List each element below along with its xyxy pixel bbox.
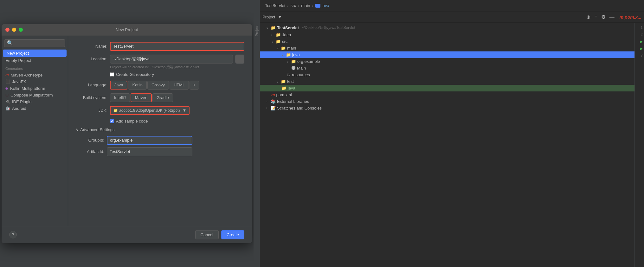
run-arrow-3[interactable]: ▶ — [640, 38, 643, 45]
tree-item-test-java[interactable]: 📁 java — [260, 85, 634, 91]
pom-xml-tab[interactable]: m pom.x... — [620, 15, 641, 20]
chevron-icon: ∨ — [276, 80, 280, 83]
language-row: Language: Java Kotlin Groovy HTML + — [76, 81, 244, 90]
browse-button[interactable]: ... — [235, 55, 244, 63]
build-intellij-button[interactable]: IntelliJ — [110, 93, 130, 102]
breadcrumb-main[interactable]: main — [301, 3, 310, 8]
tree-item-resources[interactable]: 🗂 resources — [260, 71, 634, 78]
tree-item-src[interactable]: ∨ 📁 src — [260, 38, 634, 45]
project-dropdown[interactable]: ▼ — [278, 15, 282, 19]
tree-item-java[interactable]: ∨ 📁 java — [260, 51, 634, 58]
folder-icon: 📁 — [281, 46, 286, 50]
artifactid-input[interactable] — [107, 147, 192, 156]
chevron-down-icon: ∨ — [76, 127, 79, 132]
maven-icon: m — [271, 92, 275, 97]
breadcrumb-testservlet[interactable]: TestServlet — [265, 3, 285, 8]
tree-item-idea[interactable]: › 📁 .idea — [260, 31, 634, 38]
tree-label: pom.xml — [276, 92, 292, 97]
jdk-label: JDK: — [76, 108, 107, 113]
plugin-icon: 🔌 — [5, 99, 10, 104]
advanced-settings-toggle[interactable]: ∨ Advanced Settings — [76, 127, 244, 132]
location-row: Location: ... — [76, 55, 244, 63]
tree-item-org-example[interactable]: ∨ 📁 org.example — [260, 58, 634, 65]
sidebar-item-compose-multiplatform[interactable]: ⊕ Compose Multiplatform — [2, 92, 68, 98]
chevron-icon: ∨ — [266, 26, 269, 30]
dialog-title: New Project — [116, 27, 138, 32]
java-class-icon: 🅒 — [292, 66, 296, 70]
breadcrumb-java[interactable]: java — [315, 3, 329, 8]
name-input[interactable] — [110, 42, 244, 51]
resources-icon: 🗂 — [287, 72, 291, 77]
line-num-1: 1 — [641, 24, 643, 31]
tree-item-scratches[interactable]: › 📝 Scratches and Consoles — [260, 105, 634, 111]
project-toolbar: Project ▼ ⊕ ≡ ⚙ — m pom.x... — [260, 11, 644, 23]
project-tree: ∨ 📁 TestServlet ~/Desktop/后端/java/TestSe… — [260, 23, 634, 267]
search-input[interactable] — [15, 41, 62, 45]
maximize-button[interactable] — [19, 28, 23, 32]
location-input[interactable] — [110, 55, 233, 63]
generator-label: Kotlin Multiplatform — [10, 86, 45, 91]
sidebar-item-new-project[interactable]: New Project — [3, 50, 67, 57]
line-numbers: 1 2 ▶ ▶ 7 — [634, 23, 644, 267]
sidebar-item-javafx[interactable]: ⬛ JavaFX — [2, 78, 68, 85]
right-panel-wrapper: Project TestServlet › src › main › java … — [254, 0, 644, 267]
new-project-dialog: New Project 🔍 New Project Empty Project … — [2, 24, 252, 243]
groupid-label: GroupId: — [76, 138, 104, 143]
add-toolbar-button[interactable]: ⊕ — [585, 13, 592, 21]
tree-label: test — [287, 79, 294, 84]
folder-icon: 📁 — [291, 59, 296, 64]
chevron-icon: › — [266, 106, 269, 110]
chevron-icon: ∨ — [276, 46, 280, 50]
help-button[interactable]: ? — [9, 231, 17, 238]
language-kotlin-button[interactable]: Kotlin — [128, 81, 147, 90]
git-checkbox[interactable] — [110, 72, 114, 77]
jdk-value: adopt-1.8 AdoptOpenJDK (HotSpot) — [119, 108, 180, 113]
dialog-body: 🔍 New Project Empty Project Generators m… — [2, 36, 252, 226]
cancel-button[interactable]: Cancel — [195, 230, 219, 239]
language-java-button[interactable]: Java — [110, 81, 127, 90]
create-button[interactable]: Create — [221, 230, 244, 239]
settings-toolbar-button[interactable]: ⚙ — [600, 13, 607, 21]
folder-blue-icon: 📁 — [286, 52, 291, 57]
tree-root[interactable]: ∨ 📁 TestServlet ~/Desktop/后端/java/TestSe… — [260, 24, 634, 31]
tree-label: .idea — [282, 32, 291, 37]
line-num-2: 2 — [641, 31, 643, 38]
sidebar-search[interactable]: 🔍 — [4, 39, 65, 47]
tree-item-main-class[interactable]: 🅒 Main — [260, 65, 634, 71]
language-html-button[interactable]: HTML — [170, 81, 189, 90]
side-tab-label: Project — [255, 25, 259, 36]
minimize-button[interactable] — [12, 28, 16, 32]
breadcrumb-src[interactable]: src — [291, 3, 296, 8]
javafx-icon: ⬛ — [5, 79, 10, 84]
collapse-toolbar-button[interactable]: — — [608, 13, 616, 21]
close-button[interactable] — [5, 28, 10, 32]
build-maven-button[interactable]: Maven — [131, 93, 152, 102]
tree-item-pom-xml[interactable]: m pom.xml — [260, 91, 634, 98]
run-arrow-4[interactable]: ▶ — [640, 45, 643, 52]
breadcrumb-sep-3: › — [312, 3, 313, 8]
sidebar-item-maven-archetype[interactable]: m Maven Archetype — [2, 72, 68, 78]
tree-item-external-libraries[interactable]: › 📚 External Libraries — [260, 98, 634, 105]
sample-code-checkbox[interactable] — [110, 119, 114, 123]
tree-item-main[interactable]: ∨ 📁 main — [260, 45, 634, 51]
project-label: Project — [262, 15, 275, 19]
jdk-select[interactable]: 📁 adopt-1.8 AdoptOpenJDK (HotSpot) ▼ — [110, 106, 190, 115]
chevron-icon: › — [271, 33, 274, 37]
artifactid-label: ArtifactId: — [76, 149, 104, 154]
language-label: Language: — [76, 83, 107, 87]
build-gradle-button[interactable]: Gradle — [152, 93, 173, 102]
folder-icon: 📁 — [281, 79, 286, 84]
line-num-7: 7 — [641, 52, 643, 59]
filter-toolbar-button[interactable]: ≡ — [593, 13, 598, 21]
tree-item-test[interactable]: ∨ 📁 test — [260, 78, 634, 85]
language-groovy-button[interactable]: Groovy — [147, 81, 169, 90]
chevron-icon: ∨ — [287, 60, 290, 63]
language-more-button[interactable]: + — [190, 81, 199, 90]
sidebar-item-android[interactable]: 🤖 Android — [2, 105, 68, 112]
sidebar-item-empty-project[interactable]: Empty Project — [2, 57, 68, 64]
groupid-input[interactable] — [107, 136, 192, 145]
sidebar-item-kotlin-multiplatform[interactable]: ◆ Kotlin Multiplatform — [2, 85, 68, 92]
tree-label: External Libraries — [277, 99, 309, 104]
sidebar-item-ide-plugin[interactable]: 🔌 IDE Plugin — [2, 98, 68, 105]
root-name: TestServlet — [277, 25, 299, 30]
